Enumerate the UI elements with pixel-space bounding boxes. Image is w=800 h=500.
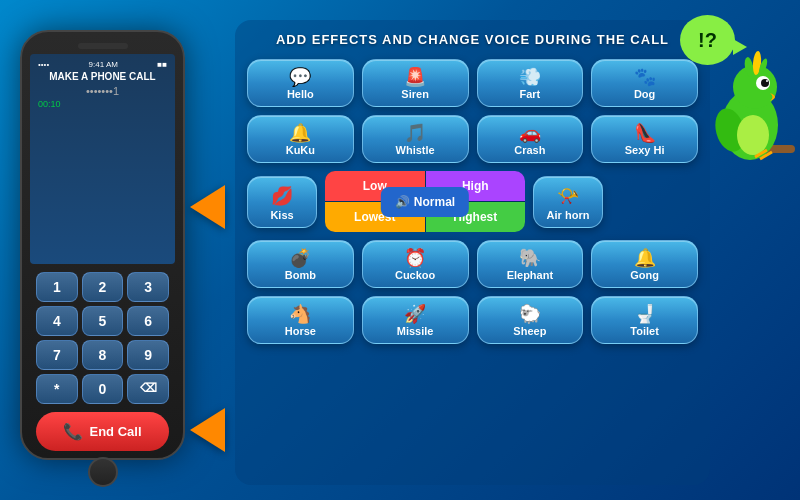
end-call-label: End Call (89, 424, 141, 439)
fart-label: Fart (519, 88, 540, 100)
effect-whistle[interactable]: 🎵 Whistle (362, 115, 469, 163)
phone-icon: 📞 (63, 422, 83, 441)
elephant-label: Elephant (507, 269, 553, 281)
panel-title: ADD EFFECTS AND CHANGE VOICE DURING THE … (247, 32, 698, 47)
svg-point-3 (737, 115, 769, 155)
effect-sheep[interactable]: 🐑 Sheep (477, 296, 584, 344)
battery-indicator: ■■ (157, 60, 167, 69)
hello-label: Hello (287, 88, 314, 100)
key-0[interactable]: 0 (82, 374, 124, 404)
effect-missile[interactable]: 🚀 Missile (362, 296, 469, 344)
effect-fart[interactable]: 💨 Fart (477, 59, 584, 107)
key-5[interactable]: 5 (82, 306, 124, 336)
toilet-icon: 🚽 (596, 305, 693, 323)
phone-screen: •••• 9:41 AM ■■ MAKE A PHONE CALL ••••••… (30, 54, 175, 264)
toilet-label: Toilet (630, 325, 659, 337)
key-backspace[interactable]: ⌫ (127, 374, 169, 404)
key-3[interactable]: 3 (127, 272, 169, 302)
key-2[interactable]: 2 (82, 272, 124, 302)
parrot-svg (705, 35, 795, 185)
status-bar: •••• 9:41 AM ■■ (34, 60, 171, 69)
effect-air-horn[interactable]: 📯 Air horn (533, 176, 603, 228)
voice-row: 💋 Kiss Low High Lowest Highest 🔊 Normal … (247, 171, 698, 232)
call-timer: 00:10 (34, 99, 171, 109)
effect-sexy-hi[interactable]: 👠 Sexy Hi (591, 115, 698, 163)
effect-crash[interactable]: 🚗 Crash (477, 115, 584, 163)
bomb-label: Bomb (285, 269, 316, 281)
air-horn-label: Air horn (547, 209, 590, 221)
missile-label: Missile (397, 325, 434, 337)
effect-siren[interactable]: 🚨 Siren (362, 59, 469, 107)
missile-icon: 🚀 (367, 305, 464, 323)
key-1[interactable]: 1 (36, 272, 78, 302)
key-7[interactable]: 7 (36, 340, 78, 370)
key-6[interactable]: 6 (127, 306, 169, 336)
sheep-label: Sheep (513, 325, 546, 337)
effect-cuckoo[interactable]: ⏰ Cuckoo (362, 240, 469, 288)
effects-row-5: 🐴 Horse 🚀 Missile 🐑 Sheep 🚽 Toilet (247, 296, 698, 344)
elephant-icon: 🐘 (482, 249, 579, 267)
speaker-icon: 🔊 (395, 195, 410, 209)
dog-icon: 🐾 (596, 68, 693, 86)
home-button[interactable] (88, 457, 118, 487)
whistle-label: Whistle (396, 144, 435, 156)
effect-kuku[interactable]: 🔔 KuKu (247, 115, 354, 163)
hello-icon: 💬 (252, 68, 349, 86)
horse-label: Horse (285, 325, 316, 337)
voice-changer-wrap: Low High Lowest Highest 🔊 Normal (325, 171, 525, 232)
end-call-button[interactable]: 📞 End Call (36, 412, 169, 451)
key-4[interactable]: 4 (36, 306, 78, 336)
parrot-decoration: !? (695, 5, 795, 185)
bomb-icon: 💣 (252, 249, 349, 267)
sheep-icon: 🐑 (482, 305, 579, 323)
signal-indicator: •••• (38, 60, 49, 69)
effect-gong[interactable]: 🔔 Gong (591, 240, 698, 288)
effects-row-2: 🔔 KuKu 🎵 Whistle 🚗 Crash 👠 Sexy Hi (247, 115, 698, 163)
horse-icon: 🐴 (252, 305, 349, 323)
gong-icon: 🔔 (596, 249, 693, 267)
sexy-hi-label: Sexy Hi (625, 144, 665, 156)
effect-dog[interactable]: 🐾 Dog (591, 59, 698, 107)
phone-number: •••••••1 (34, 85, 171, 97)
key-9[interactable]: 9 (127, 340, 169, 370)
kuku-icon: 🔔 (252, 124, 349, 142)
voice-normal-label: Normal (414, 195, 455, 209)
effects-row-1: 💬 Hello 🚨 Siren 💨 Fart 🐾 Dog (247, 59, 698, 107)
cuckoo-icon: ⏰ (367, 249, 464, 267)
siren-icon: 🚨 (367, 68, 464, 86)
air-horn-icon: 📯 (538, 185, 598, 207)
phone-title: MAKE A PHONE CALL (34, 71, 171, 82)
cuckoo-label: Cuckoo (395, 269, 435, 281)
crash-label: Crash (514, 144, 545, 156)
arrow-left-2 (190, 408, 225, 452)
effect-elephant[interactable]: 🐘 Elephant (477, 240, 584, 288)
voice-normal[interactable]: 🔊 Normal (381, 187, 469, 217)
gong-label: Gong (630, 269, 659, 281)
siren-label: Siren (401, 88, 429, 100)
sexy-hi-icon: 👠 (596, 124, 693, 142)
effect-bomb[interactable]: 💣 Bomb (247, 240, 354, 288)
key-star[interactable]: * (36, 374, 78, 404)
arrow-left-1 (190, 185, 225, 229)
effect-kiss[interactable]: 💋 Kiss (247, 176, 317, 228)
time-display: 9:41 AM (89, 60, 118, 69)
kiss-label: Kiss (270, 209, 293, 221)
effect-horse[interactable]: 🐴 Horse (247, 296, 354, 344)
whistle-icon: 🎵 (367, 124, 464, 142)
key-8[interactable]: 8 (82, 340, 124, 370)
kuku-label: KuKu (286, 144, 315, 156)
svg-point-9 (761, 79, 769, 87)
dog-label: Dog (634, 88, 655, 100)
effect-hello[interactable]: 💬 Hello (247, 59, 354, 107)
effects-panel: ADD EFFECTS AND CHANGE VOICE DURING THE … (235, 20, 710, 485)
crash-icon: 🚗 (482, 124, 579, 142)
kiss-icon: 💋 (252, 185, 312, 207)
fart-icon: 💨 (482, 68, 579, 86)
effect-toilet[interactable]: 🚽 Toilet (591, 296, 698, 344)
svg-point-10 (766, 80, 768, 82)
phone-notch (78, 43, 128, 49)
effects-row-4: 💣 Bomb ⏰ Cuckoo 🐘 Elephant 🔔 Gong (247, 240, 698, 288)
phone-mockup: •••• 9:41 AM ■■ MAKE A PHONE CALL ••••••… (20, 30, 185, 460)
phone-keypad (34, 113, 171, 117)
